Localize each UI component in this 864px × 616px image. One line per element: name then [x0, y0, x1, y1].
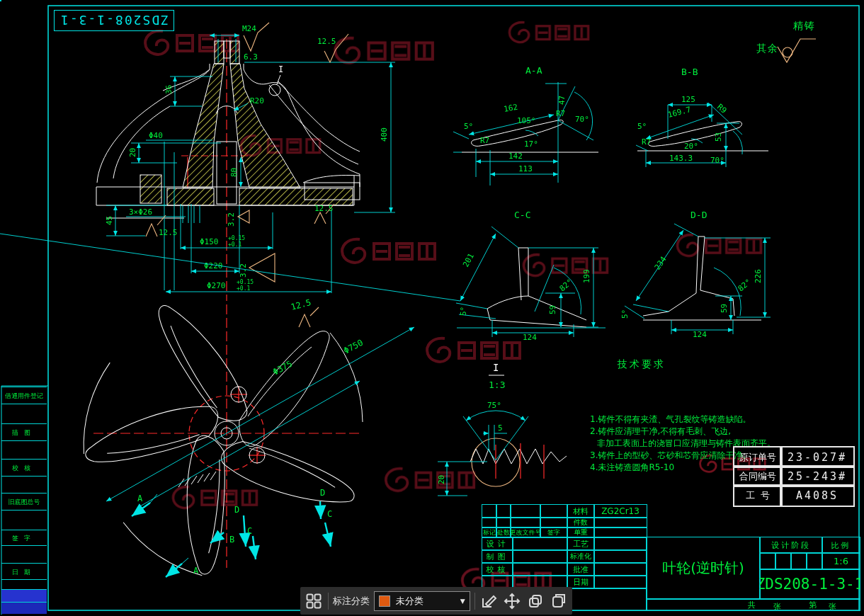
section-view-bb: B-B 125 169.7 R9 5° R7 20° 53 143.3 70° [636, 67, 768, 167]
tb-draft: 制图 [482, 549, 513, 564]
sidebar-item-check: 校核 [1, 459, 47, 477]
tb-approve-label: 批准 [567, 562, 595, 576]
category-dropdown-value: 未分类 [396, 595, 455, 608]
bb-70: 70° [710, 156, 724, 165]
tb-stage-c2 [775, 552, 792, 570]
detail-view-i: I 1:3 75° 5 20 [437, 362, 567, 496]
section-cc-title: C-C [514, 210, 530, 220]
finish-symbol [778, 39, 816, 62]
move-button[interactable] [502, 591, 521, 612]
move-icon [504, 593, 521, 610]
toolbar-divider [328, 593, 329, 610]
section-arrow-a-top: A [137, 494, 143, 503]
drawing-canvas[interactable]: M24 6.3 36 R20 12.5 400 20 Φ40 80 45 3×Φ… [0, 0, 864, 616]
bb-125: 125 [681, 95, 695, 104]
cc-59: 59 [548, 305, 557, 314]
detail-i-20: 20 [437, 475, 446, 484]
paste-button[interactable] [549, 591, 568, 612]
tb-sheet-no: 第 [809, 600, 817, 610]
category-label: 标注分类 [333, 595, 370, 608]
paste-icon [550, 593, 567, 610]
main-section-view: M24 6.3 36 R20 12.5 400 20 Φ40 80 45 3×Φ… [96, 23, 395, 301]
sidebar-blue-cell [1, 589, 47, 603]
tb-material-label: 材料 [567, 504, 595, 518]
dim-12-5-holes: 12.5 [159, 228, 178, 237]
bb-r9: R9 [715, 102, 729, 115]
category-grid-button[interactable] [305, 591, 324, 612]
order-label: 工 号 [733, 484, 783, 507]
sidebar-spacer [1, 476, 47, 494]
tb-approve-value [593, 562, 647, 576]
aa-162: 162 [503, 103, 518, 114]
aa-70: 70° [575, 115, 589, 124]
copy-icon [527, 593, 544, 610]
tb-empty [496, 504, 511, 518]
dim-dia270-tol-up: +0.15 [237, 279, 254, 285]
cc-82: 82° [558, 278, 575, 294]
cc-5: 5° [459, 307, 468, 316]
section-arrow-c-outer: C [327, 509, 332, 519]
sidebar-item-trace: 描图 [1, 423, 47, 441]
tb-sheet-zhang2: 张 [829, 601, 836, 612]
tb-empty [512, 562, 568, 576]
tb-empty [510, 504, 541, 518]
dd-5: 5° [620, 309, 630, 319]
tech-req-line: 1.铸件不得有夹渣、气孔裂纹等铸造缺陷。 [590, 413, 864, 426]
detail-i-5: 5 [498, 423, 503, 433]
tb-scale-label: 比例 [822, 537, 860, 554]
dim-45: 45 [105, 216, 114, 225]
dd-226: 226 [754, 269, 763, 283]
tb-stage-c1 [759, 552, 776, 570]
copy-button[interactable] [525, 591, 545, 612]
order-value: A408S [780, 484, 855, 507]
category-color-swatch [379, 595, 390, 607]
bb-169-7: 169.7 [667, 105, 692, 120]
dim-impeller-12-5: 12.5 [290, 297, 312, 312]
impeller-plan-view: A A B D C D C Φ750 Φ375 12.5 [57, 297, 414, 596]
bb-20: 20° [684, 142, 698, 151]
section-view-aa: A-A 162 105° R7 70° 47 5° R7 17° 142 113 [453, 65, 598, 186]
aa-17: 17° [524, 139, 538, 149]
finish-note-casting: 精铸 [793, 20, 816, 33]
tb-check: 校核 [482, 562, 513, 576]
aa-47: 47 [557, 96, 567, 105]
sidebar-spacer [1, 440, 47, 460]
tech-req-title: 技术要求 [618, 358, 666, 371]
tb-design: 设计 [482, 537, 513, 551]
chevron-down-icon: ▼ [460, 598, 465, 605]
tb-material-value: ZG2Cr13 [593, 504, 647, 518]
sidebar-item-old-no: 旧底图总号 [1, 493, 47, 511]
dd-82: 82° [737, 278, 754, 294]
section-view-cc: C-C 201 199 82° 59 124 5° [0, 210, 606, 342]
detail-i-scale: 1:3 [489, 380, 505, 390]
section-arrow-d-inner: D [234, 505, 239, 515]
edit-annotation-button[interactable] [479, 591, 498, 612]
cc-201: 201 [461, 252, 476, 269]
sidebar-spacer [1, 510, 47, 530]
bb-143-3: 143.3 [669, 154, 693, 163]
toolbar-divider [474, 593, 475, 610]
dim-3-2-b: 3.2 [239, 263, 248, 278]
dd-234: 234 [653, 255, 669, 272]
aa-5: 5° [464, 122, 473, 131]
tb-part-name: 叶轮(逆时针) [646, 537, 761, 600]
tb-scale-value: 1:6 [822, 552, 860, 570]
tb-date-value [593, 575, 647, 589]
dim-holes: 3×Φ26 [129, 207, 152, 217]
drawing-frame [1, 6, 859, 615]
tb-empty [540, 504, 568, 518]
tb-empty [512, 549, 568, 564]
tb-process-value [593, 537, 647, 551]
finish-note-rest: 其余 [756, 42, 779, 55]
sidebar-spacer [1, 579, 47, 590]
dd-59: 59 [720, 304, 729, 313]
drawing-number-box: ZDS208-1-3-1 [54, 10, 174, 31]
sidebar-spacer [1, 545, 47, 564]
section-arrow-d-outer: D [320, 488, 325, 498]
dim-6-3: 6.3 [244, 52, 258, 62]
category-dropdown[interactable]: 未分类 ▼ [374, 591, 470, 611]
bb-5: 5° [637, 122, 647, 131]
dim-dia270: Φ270 [207, 281, 226, 290]
sidebar-spacer [1, 404, 47, 424]
detail-i-label: I [493, 362, 499, 373]
